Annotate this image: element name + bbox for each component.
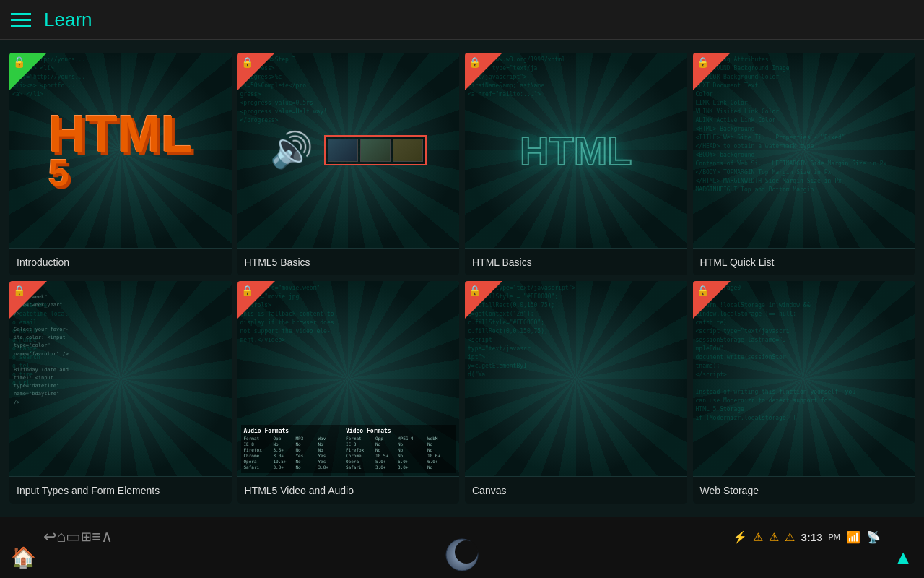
recents-button[interactable]: ▭	[66, 527, 81, 546]
svg-point-1	[455, 540, 478, 564]
speaker-icon: 🔊	[270, 130, 313, 171]
lock-icon: 🔒	[13, 285, 25, 296]
card-label-input: Input Types and Form Elements	[9, 476, 232, 504]
lock-icon: 🔒	[697, 285, 709, 296]
warning-icon-2: ⚠	[769, 530, 779, 544]
lock-badge-intro: 🔓	[9, 53, 47, 90]
up-button[interactable]: ∧	[101, 527, 113, 546]
card-label-storage: Web Storage	[693, 476, 915, 504]
warning-icon-1: ⚠	[753, 530, 763, 544]
usb-icon: ⚡	[733, 530, 747, 544]
lock-icon: 🔓	[13, 56, 25, 68]
card-canvas[interactable]: <script type="text/javascript">cxt.fillS…	[465, 281, 687, 504]
video-strip	[324, 135, 427, 165]
main-content: href="http://yours...<a></a> <li>href="h…	[0, 40, 924, 517]
home-nav-button[interactable]: ⌂	[56, 527, 66, 546]
card-label-htmlbasics: HTML Basics	[465, 248, 687, 275]
card-quicklist[interactable]: <BODY> Tag AttributesBACKGROUND Backgrou…	[693, 53, 915, 275]
lock-icon: 🔒	[468, 56, 481, 68]
lock-badge-quicklist: 🔒	[693, 53, 731, 90]
html-text: HTML	[520, 127, 632, 174]
network-icon: 📡	[866, 530, 881, 544]
lock-badge-storage: 🔒	[693, 281, 731, 319]
warning-icon-3: ⚠	[785, 530, 795, 544]
lock-badge-canvas: 🔒	[465, 281, 502, 319]
card-label-canvas: Canvas	[465, 476, 687, 504]
card-webstorage[interactable]: s5ms_storage0tyreturn !localStorage in w…	[693, 281, 915, 504]
card-html5basics[interactable]: <progress>Step 3<progress><progress>%css…	[237, 53, 460, 275]
menu-button[interactable]	[11, 13, 31, 27]
card-inputtypes[interactable]: o coloro dateo datetimeo datetime-localo…	[9, 281, 232, 504]
lock-icon: 🔒	[697, 56, 709, 68]
card-label-intro: Introduction	[9, 248, 232, 275]
lock-icon: 🔒	[468, 285, 481, 296]
top-bar: Learn	[0, 0, 924, 40]
card-htmlbasics[interactable]: http://www.w3.org/1999/xhtml<input type=…	[465, 53, 687, 275]
lock-badge-html5basics: 🔒	[237, 53, 275, 90]
html5-logo: HTML5	[48, 112, 193, 188]
lock-badge-input: 🔒	[9, 281, 47, 319]
card-label-quicklist: HTML Quick List	[693, 248, 915, 275]
qr-button[interactable]: ⊞	[81, 529, 92, 545]
scroll-top-button[interactable]: ▲	[893, 546, 913, 569]
lock-badge-video: 🔒	[237, 281, 275, 319]
back-button[interactable]: ↩	[43, 527, 56, 546]
wifi-icon: 📶	[846, 530, 860, 544]
lock-icon: 🔒	[241, 285, 253, 296]
card-videoaudio[interactable]: <video src="movie.webm"poster="movie.jpg…	[237, 281, 460, 504]
card-introduction[interactable]: href="http://yours...<a></a> <li>href="h…	[9, 53, 232, 275]
audio-formats-table: Audio Formats FormatOppMP3Wav IE 8NoNoNo…	[241, 425, 343, 473]
bottom-nav: 🏠 ▲ ↩ ⌂ ▭ ⊞ ≡ ∧ ⚡ ⚠ ⚠ ⚠ 3:13 PM 📶 📡	[0, 517, 924, 578]
card-grid: href="http://yours...<a></a> <li>href="h…	[4, 47, 920, 509]
status-time: 3:13	[801, 531, 822, 543]
status-ampm: PM	[829, 532, 841, 541]
card-label-html5basics: HTML5 Basics	[237, 248, 460, 275]
lock-badge-htmlbasics: 🔒	[465, 53, 502, 90]
app-title: Learn	[44, 9, 92, 31]
card-label-video: HTML5 Video and Audio	[237, 476, 460, 504]
lock-icon: 🔒	[241, 56, 253, 68]
crescent-logo	[445, 538, 479, 572]
hamburger-nav[interactable]: ≡	[92, 527, 101, 546]
home-button-bottom[interactable]: 🏠	[11, 545, 36, 569]
video-formats-table: Video Formats FormatOppMPEG 4WebM IE 8No…	[343, 425, 456, 473]
